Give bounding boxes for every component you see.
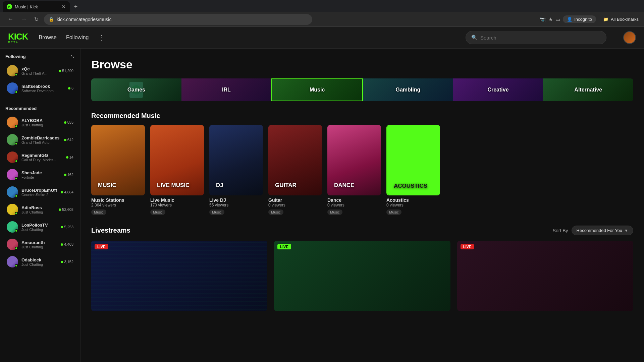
- browser-controls: ← → ↻ 🔒 kick.com/categories/music 📷 ★ ▭ …: [0, 12, 644, 27]
- camera-off-icon[interactable]: 📷: [539, 16, 546, 22]
- address-bar[interactable]: 🔒 kick.com/categories/music: [44, 14, 312, 25]
- tab-close-icon[interactable]: ✕: [62, 4, 66, 9]
- avatar: [7, 65, 18, 76]
- sidebar-item[interactable]: LosPollosTVJust Chatting 5,253: [2, 219, 78, 235]
- music-card[interactable]: DANCE Dance 0 viewers Music: [327, 125, 381, 215]
- music-card-viewers: 2,364 viewers: [91, 203, 145, 207]
- nav-refresh-button[interactable]: ↻: [32, 15, 41, 24]
- music-card[interactable]: DJ Live DJ 55 viewers Music: [209, 125, 263, 215]
- tab-favicon: K: [7, 4, 12, 9]
- browser-tab[interactable]: K Music | Kick ✕: [3, 1, 70, 12]
- tab-irl-label: IRL: [222, 87, 231, 93]
- body-layout: Following ⇋ xQc Grand Theft A... 51,290: [0, 49, 644, 362]
- sort-option-label: Recommended For You: [577, 228, 623, 233]
- sidebar-item[interactable]: xQc Grand Theft A... 51,290: [2, 62, 78, 79]
- logo[interactable]: KICK BETA: [8, 32, 28, 44]
- music-tag[interactable]: Music: [91, 209, 106, 215]
- music-card[interactable]: MUSIC Music Stations 2,364 viewers Music: [91, 125, 145, 215]
- top-navigation: KICK BETA Browse Following ⋮ 🔍: [0, 27, 644, 49]
- category-tabs: Games IRL Music Gambling Creative: [91, 78, 633, 101]
- sidebar-item[interactable]: AmouranthJust Chatting 4,403: [2, 236, 78, 253]
- music-card-viewers: 170 viewers: [150, 203, 204, 207]
- tab-creative[interactable]: Creative: [453, 78, 543, 101]
- tablet-icon[interactable]: ▭: [555, 16, 560, 22]
- music-grid: MUSIC Music Stations 2,364 viewers Music…: [91, 125, 633, 215]
- nav-more-icon[interactable]: ⋮: [98, 34, 105, 42]
- livestream-card[interactable]: LIVE: [274, 241, 450, 311]
- incognito-icon: 👤: [567, 17, 572, 22]
- online-dot: [15, 73, 18, 76]
- bookmark-star-icon[interactable]: ★: [548, 16, 553, 22]
- music-card-label: ACOUSTICS: [390, 180, 431, 193]
- new-tab-button[interactable]: +: [71, 2, 80, 11]
- music-card-name: Dance: [327, 197, 381, 203]
- music-card-label: DANCE: [331, 179, 358, 192]
- nav-forward-button[interactable]: →: [19, 14, 29, 24]
- sidebar-game: Software Developm...: [21, 89, 65, 93]
- tab-music[interactable]: Music: [271, 78, 363, 101]
- browser-tab-bar: K Music | Kick ✕ +: [0, 0, 644, 12]
- music-tag[interactable]: Music: [327, 209, 342, 215]
- music-tag[interactable]: Music: [209, 209, 224, 215]
- tab-gambling-label: Gambling: [395, 87, 420, 93]
- bookmarks-label: 📁 All Bookmarks: [599, 17, 639, 22]
- tab-games[interactable]: Games: [91, 78, 181, 101]
- sidebar-name: xQc: [21, 66, 55, 71]
- sidebar-item[interactable]: AdinRossJust Chatting 52,608: [2, 201, 78, 218]
- music-card[interactable]: LIVE MUSIC Live Music 170 viewers Music: [150, 125, 204, 215]
- nav-back-button[interactable]: ←: [5, 14, 15, 24]
- music-card-name: Live Music: [150, 197, 204, 203]
- sidebar-name: mattseabrook: [21, 84, 65, 89]
- incognito-label: Incognito: [574, 17, 592, 22]
- sidebar: Following ⇋ xQc Grand Theft A... 51,290: [0, 49, 80, 362]
- following-label: Following: [5, 54, 26, 59]
- sidebar-item[interactable]: RegimentGGCall of Duty: Moder... 14: [2, 149, 78, 166]
- collapse-following-icon[interactable]: ⇋: [70, 53, 75, 59]
- search-input[interactable]: [480, 35, 601, 41]
- avatar: [7, 82, 18, 94]
- sidebar-item[interactable]: BruceDropEmOffCounter-Strike 2 4,884: [2, 184, 78, 200]
- music-tag[interactable]: Music: [268, 209, 283, 215]
- search-icon: 🔍: [471, 35, 478, 41]
- recommended-label: Recommended: [5, 106, 37, 111]
- sidebar-divider: [4, 99, 76, 99]
- music-tag[interactable]: Music: [386, 209, 401, 215]
- sidebar-item[interactable]: OdablockJust Chatting 3,152: [2, 253, 78, 270]
- avatar[interactable]: [623, 31, 636, 44]
- tab-irl[interactable]: IRL: [181, 78, 272, 101]
- viewer-dot: [59, 70, 61, 72]
- sort-dropdown[interactable]: Recommended For You ▼: [572, 226, 633, 235]
- nav-following[interactable]: Following: [66, 35, 89, 41]
- incognito-button[interactable]: 👤 Incognito: [563, 15, 596, 23]
- tab-alternative[interactable]: Alternative: [543, 78, 633, 101]
- browse-title: Browse: [91, 58, 633, 71]
- nav-browse[interactable]: Browse: [39, 35, 57, 41]
- tab-title: Music | Kick: [15, 4, 59, 9]
- following-section-header: Following ⇋: [0, 49, 80, 62]
- tab-alternative-label: Alternative: [574, 87, 602, 93]
- sort-by-container: Sort By Recommended For You ▼: [553, 226, 633, 235]
- recommended-section-header: Recommended: [0, 101, 80, 114]
- music-card-name: Live DJ: [209, 197, 263, 203]
- sidebar-item[interactable]: ALYBOBAJust Chatting 855: [2, 114, 78, 131]
- sidebar-item[interactable]: mattseabrook Software Developm... 6: [2, 80, 78, 97]
- online-dot: [15, 90, 18, 94]
- music-card[interactable]: GUITAR Guitar 0 viewers Music: [268, 125, 322, 215]
- chevron-down-icon: ▼: [624, 228, 628, 233]
- sort-label: Sort By: [553, 228, 568, 233]
- livestream-card[interactable]: LIVE: [457, 241, 633, 311]
- sidebar-game: Grand Theft A...: [21, 71, 55, 75]
- music-tag[interactable]: Music: [150, 209, 165, 215]
- app-container: KICK BETA Browse Following ⋮ 🔍 Following…: [0, 27, 644, 362]
- livestream-card[interactable]: LIVE LIVE: [91, 241, 267, 311]
- main-content: Browse Games IRL Music: [80, 49, 644, 362]
- sidebar-viewers: 6: [68, 86, 73, 90]
- viewer-dot: [68, 87, 70, 89]
- tab-games-label: Games: [127, 87, 145, 93]
- sidebar-item[interactable]: ShesJadeFortnite 162: [2, 166, 78, 183]
- search-bar[interactable]: 🔍: [466, 31, 606, 44]
- sidebar-item[interactable]: ZombieBarricadesGrand Theft Auto... 642: [2, 131, 78, 148]
- tab-gambling[interactable]: Gambling: [363, 78, 453, 101]
- live-badge: LIVE: [461, 244, 474, 249]
- music-card[interactable]: ACOUSTICS Acoustics 0 viewers Music: [386, 125, 440, 215]
